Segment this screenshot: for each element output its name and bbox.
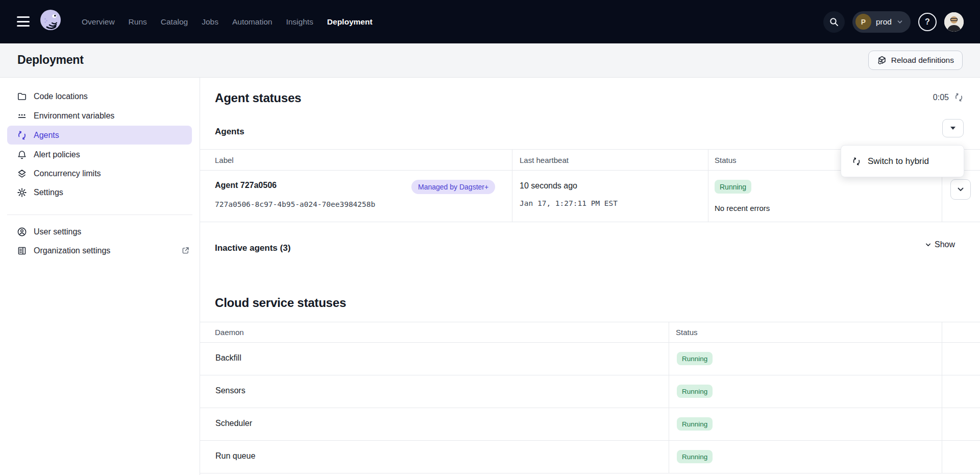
primary-nav: Overview Runs Catalog Jobs Automation In… <box>82 0 373 43</box>
reload-definitions-button[interactable]: Reload definitions <box>868 51 963 70</box>
daemon-status-badge: Running <box>677 417 713 431</box>
sidebar-item-alert-policies[interactable]: Alert policies <box>7 145 192 164</box>
sidebar-item-label: Concurrency limits <box>34 169 101 178</box>
column-header-label: Label <box>215 156 234 164</box>
column-header-daemon: Daemon <box>215 328 244 337</box>
nav-automation[interactable]: Automation <box>232 17 272 27</box>
env-vars-icon <box>17 111 27 121</box>
daemon-status-badge: Running <box>677 450 713 463</box>
user-circle-icon <box>17 227 27 237</box>
page-title: Deployment <box>17 53 84 67</box>
heartbeat-relative: 10 seconds ago <box>520 181 577 191</box>
daemon-table-right-border <box>942 322 942 473</box>
organization-icon <box>17 246 27 256</box>
deployment-page: Overview Runs Catalog Jobs Automation In… <box>0 0 980 475</box>
daemon-table-col-divider <box>669 322 669 473</box>
folder-icon <box>17 91 27 102</box>
inactive-agents-heading: Inactive agents (3) <box>215 243 290 253</box>
daemon-table-top-border <box>200 322 980 322</box>
nav-jobs[interactable]: Jobs <box>202 17 218 27</box>
agents-heading: Agents <box>215 127 244 137</box>
menu-item-switch-to-hybrid[interactable]: Switch to hybrid <box>841 146 964 177</box>
daemon-status-badge: Running <box>677 385 713 398</box>
nav-insights[interactable]: Insights <box>286 17 313 27</box>
agent-actions-menu: Switch to hybrid <box>841 145 964 177</box>
search-button[interactable] <box>823 11 845 33</box>
daemon-row-border <box>200 440 980 441</box>
search-icon <box>829 17 839 27</box>
sidebar-item-settings[interactable]: Settings <box>7 183 192 202</box>
caret-down-icon <box>950 127 955 130</box>
sidebar-item-user-settings[interactable]: User settings <box>7 222 192 241</box>
menu-item-label: Switch to hybrid <box>868 156 929 167</box>
sidebar-item-label: Code locations <box>34 92 88 101</box>
daemon-table-bottom-border <box>200 473 980 473</box>
sidebar-item-label: User settings <box>34 227 81 236</box>
sidebar-item-organization-settings[interactable]: Organization settings <box>7 241 192 260</box>
daemon-name: Sensors <box>215 386 246 395</box>
agent-id: 727a0506-8c97-4b95-a024-70ee3984258b <box>215 200 375 208</box>
daemon-status-badge: Running <box>677 352 713 365</box>
daemon-name: Run queue <box>215 452 255 461</box>
refresh-icon[interactable] <box>954 92 964 102</box>
managed-badge: Managed by Dagster+ <box>411 180 495 194</box>
agent-icon <box>852 157 861 166</box>
agents-table-col-divider-1 <box>512 149 512 222</box>
column-header-status: Status <box>676 328 698 337</box>
external-link-icon <box>181 246 190 255</box>
bell-icon <box>17 150 27 160</box>
reload-definitions-label: Reload definitions <box>891 56 954 65</box>
sidebar-item-label: Agents <box>34 131 59 140</box>
workspace-name: prod <box>876 17 892 27</box>
agents-table-col-divider-2 <box>708 149 708 222</box>
nav-runs[interactable]: Runs <box>129 17 147 27</box>
hamburger-menu-icon[interactable] <box>17 16 30 27</box>
nav-deployment[interactable]: Deployment <box>327 17 373 27</box>
column-header-status: Status <box>715 156 737 164</box>
navbar-right-cluster: P prod ? <box>823 0 964 43</box>
sidebar-item-label: Organization settings <box>34 246 110 255</box>
daemon-name: Backfill <box>215 353 241 363</box>
agent-name: Agent 727a0506 <box>215 181 277 190</box>
page-header: Deployment Reload definitions <box>0 43 980 78</box>
sidebar-item-agents[interactable]: Agents <box>7 126 192 145</box>
sidebar-item-concurrency-limits[interactable]: Concurrency limits <box>7 164 192 183</box>
agent-icon <box>17 130 27 140</box>
show-inactive-agents-toggle[interactable]: Show <box>925 240 955 249</box>
question-mark-icon: ? <box>925 17 930 27</box>
reload-package-icon <box>877 55 887 65</box>
agent-status-note: No recent errors <box>715 204 770 212</box>
workspace-switcher[interactable]: P prod <box>852 11 911 33</box>
daemon-row-border <box>200 408 980 408</box>
agent-statuses-title: Agent statuses <box>215 91 301 105</box>
cloud-service-statuses-title: Cloud service statuses <box>215 296 346 310</box>
user-avatar[interactable] <box>944 12 964 32</box>
agents-table-bottom-border <box>200 222 980 222</box>
agent-row-expand-button[interactable] <box>950 179 971 200</box>
column-header-last-heartbeat: Last heartbeat <box>520 156 569 164</box>
daemon-table-header-border <box>200 342 980 343</box>
sidebar-item-label: Settings <box>34 188 63 197</box>
gear-icon <box>17 187 27 198</box>
show-label: Show <box>935 240 955 249</box>
dagster-logo-icon[interactable] <box>39 9 62 32</box>
heartbeat-timestamp: Jan 17, 1:27:11 PM EST <box>520 199 618 207</box>
countdown-value: 0:05 <box>933 93 949 102</box>
workspace-avatar: P <box>855 14 871 30</box>
chevron-down-icon <box>896 18 903 26</box>
agent-actions-dropdown-button[interactable] <box>942 119 964 137</box>
sidebar-item-label: Environment variables <box>34 111 114 121</box>
chevron-down-icon <box>957 185 965 194</box>
sidebar-item-code-locations[interactable]: Code locations <box>7 87 192 106</box>
daemon-name: Scheduler <box>215 419 252 428</box>
sidebar-item-environment-variables[interactable]: Environment variables <box>7 106 192 125</box>
refresh-countdown: 0:05 <box>933 92 964 102</box>
daemon-row-border <box>200 375 980 375</box>
sidebar-item-label: Alert policies <box>34 150 80 159</box>
agent-status-badge: Running <box>715 180 751 194</box>
nav-catalog[interactable]: Catalog <box>161 17 188 27</box>
sidebar-divider <box>200 78 200 475</box>
sidebar-section-divider <box>7 215 192 215</box>
help-button[interactable]: ? <box>918 13 937 31</box>
nav-overview[interactable]: Overview <box>82 17 115 27</box>
